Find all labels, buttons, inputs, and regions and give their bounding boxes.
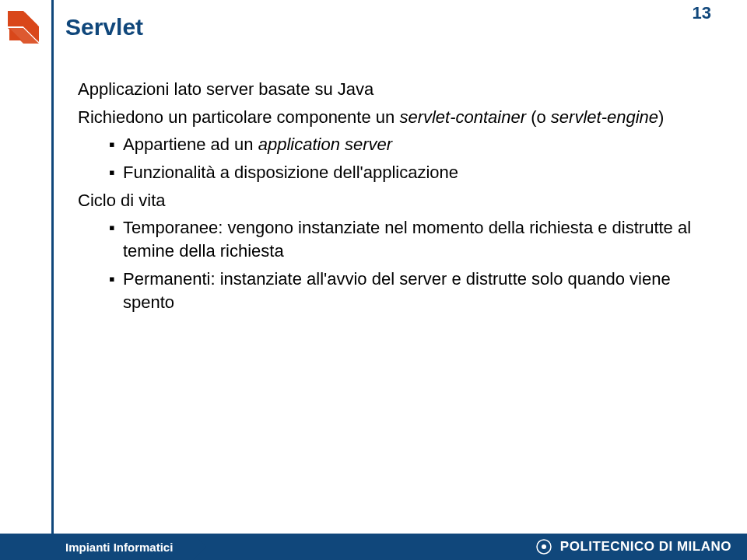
polimi-logo-icon <box>535 538 552 555</box>
bullet-lvl2: ▪Permanenti: instanziate all'avvio del s… <box>78 268 700 313</box>
bullet-lvl1: Richiedono un particolare componente un … <box>78 106 700 129</box>
bullet-lvl2: ▪Funzionalità a disposizione dell'applic… <box>78 161 700 184</box>
bullet-lvl2: ▪Appartiene ad un application server <box>78 133 700 156</box>
text: Applicazioni lato server basate su Java <box>78 79 374 99</box>
bullet-marker-icon: ▪ <box>109 133 123 156</box>
text-italic: application server <box>258 135 392 154</box>
text: Appartiene ad un <box>123 135 258 154</box>
bullet-lvl2: ▪Temporanee: vengono instanziate nel mom… <box>78 216 700 262</box>
text: Permanenti: instanziate all'avvio del se… <box>123 268 697 313</box>
bullet-lvl1: Ciclo di vita <box>78 189 700 212</box>
bullet-lvl1: Applicazioni lato server basate su Java <box>78 78 700 101</box>
footer-left-text: Impianti Informatici <box>65 541 173 554</box>
arrow-down-right-icon <box>6 9 40 44</box>
page-number: 13 <box>693 3 711 23</box>
slide: Servlet 13 Applicazioni lato server basa… <box>0 0 747 560</box>
text: (o <box>526 107 551 127</box>
footer-left-tab: Impianti Informatici <box>0 534 193 560</box>
slide-title: Servlet <box>65 14 143 40</box>
footer-right: POLITECNICO DI MILANO <box>535 534 731 560</box>
svg-point-4 <box>542 544 546 549</box>
text: Richiedono un particolare componente un <box>78 107 399 127</box>
vertical-divider <box>51 0 54 560</box>
footer-bar: Impianti Informatici POLITECNICO DI MILA… <box>0 534 747 560</box>
text: Ciclo di vita <box>78 191 165 210</box>
text: ) <box>658 107 664 127</box>
text-italic: servlet-container <box>399 107 526 127</box>
footer-right-text: POLITECNICO DI MILANO <box>560 539 731 555</box>
text-italic: servlet-engine <box>551 107 658 127</box>
bullet-marker-icon: ▪ <box>109 216 123 240</box>
text: Temporanee: vengono instanziate nel mome… <box>123 216 697 262</box>
content-area: Applicazioni lato server basate su Java … <box>78 78 700 318</box>
bullet-marker-icon: ▪ <box>109 161 123 184</box>
bullet-marker-icon: ▪ <box>109 268 123 291</box>
text: Funzionalità a disposizione dell'applica… <box>123 161 697 184</box>
